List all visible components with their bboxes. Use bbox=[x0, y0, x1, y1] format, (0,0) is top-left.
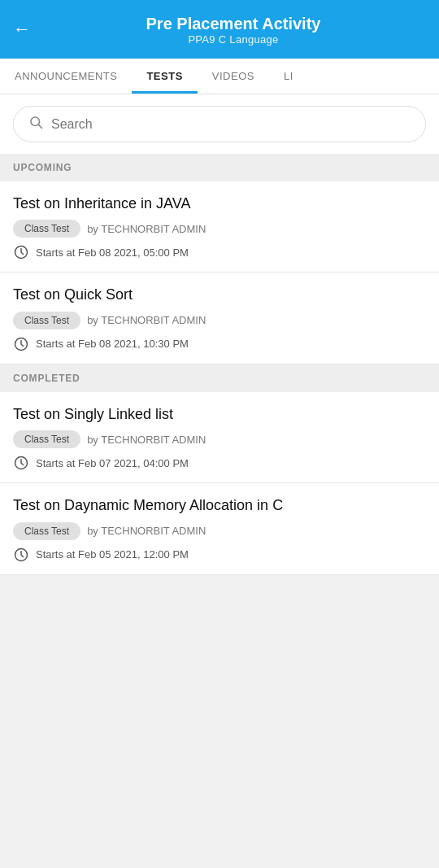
test-meta: Class Test by TECHNORBIT ADMIN bbox=[13, 220, 426, 238]
header-title: Pre Placement Activity bbox=[41, 14, 426, 33]
test-meta: Class Test by TECHNORBIT ADMIN bbox=[13, 312, 426, 329]
tab-bar: ANNOUNCEMENTS TESTS VIDEOS LI bbox=[0, 59, 439, 94]
section-completed-header: COMPLETED bbox=[0, 364, 439, 392]
header-center: Pre Placement Activity PPA9 C Language bbox=[41, 14, 426, 46]
clock-icon bbox=[13, 336, 29, 352]
svg-line-1 bbox=[38, 124, 41, 128]
section-upcoming-header: UPCOMING bbox=[0, 154, 439, 181]
tab-tests[interactable]: TESTS bbox=[132, 59, 197, 94]
test-title: Test on Daynamic Memory Allocation in C bbox=[13, 496, 426, 515]
test-title: Test on Singly Linked list bbox=[13, 405, 426, 424]
test-badge: Class Test bbox=[13, 220, 80, 238]
test-starts: Starts at Feb 08 2021, 10:30 PM bbox=[36, 338, 189, 350]
test-badge: Class Test bbox=[13, 522, 80, 540]
clock-icon bbox=[13, 455, 29, 471]
test-meta: Class Test by TECHNORBIT ADMIN bbox=[13, 522, 426, 540]
test-time: Starts at Feb 08 2021, 10:30 PM bbox=[13, 336, 426, 352]
test-title: Test on Inheritance in JAVA bbox=[13, 194, 426, 213]
test-starts: Starts at Feb 05 2021, 12:00 PM bbox=[36, 548, 189, 560]
test-title: Test on Quick Sort bbox=[13, 286, 426, 304]
search-input[interactable] bbox=[51, 117, 411, 132]
search-icon bbox=[28, 115, 43, 133]
test-starts: Starts at Feb 08 2021, 05:00 PM bbox=[36, 246, 189, 259]
clock-icon bbox=[13, 547, 29, 563]
back-button[interactable]: ← bbox=[13, 19, 31, 40]
test-admin: by TECHNORBIT ADMIN bbox=[87, 223, 206, 235]
test-time: Starts at Feb 07 2021, 04:00 PM bbox=[13, 455, 426, 471]
test-admin: by TECHNORBIT ADMIN bbox=[87, 314, 206, 326]
test-item[interactable]: Test on Daynamic Memory Allocation in C … bbox=[0, 483, 439, 574]
test-admin: by TECHNORBIT ADMIN bbox=[87, 434, 206, 446]
test-time: Starts at Feb 05 2021, 12:00 PM bbox=[13, 547, 426, 563]
tab-announcements[interactable]: ANNOUNCEMENTS bbox=[0, 59, 132, 94]
test-item[interactable]: Test on Singly Linked list Class Test by… bbox=[0, 392, 439, 483]
test-meta: Class Test by TECHNORBIT ADMIN bbox=[13, 430, 426, 448]
tab-videos[interactable]: VIDEOS bbox=[198, 59, 269, 94]
test-item[interactable]: Test on Inheritance in JAVA Class Test b… bbox=[0, 181, 439, 273]
tab-li[interactable]: LI bbox=[269, 59, 308, 94]
header: ← Pre Placement Activity PPA9 C Language bbox=[0, 0, 439, 59]
test-item[interactable]: Test on Quick Sort Class Test by TECHNOR… bbox=[0, 273, 439, 364]
test-time: Starts at Feb 08 2021, 05:00 PM bbox=[13, 244, 426, 260]
test-badge: Class Test bbox=[13, 430, 80, 448]
search-container bbox=[0, 94, 439, 154]
header-subtitle: PPA9 C Language bbox=[41, 33, 426, 46]
search-box bbox=[13, 106, 426, 142]
clock-icon bbox=[13, 244, 29, 260]
test-badge: Class Test bbox=[13, 312, 80, 329]
test-admin: by TECHNORBIT ADMIN bbox=[87, 525, 206, 537]
test-starts: Starts at Feb 07 2021, 04:00 PM bbox=[36, 457, 189, 469]
